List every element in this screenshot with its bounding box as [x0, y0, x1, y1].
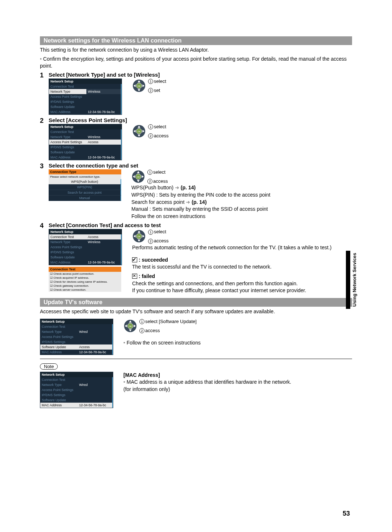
menu-connection-test: Connection Test: [49, 234, 86, 239]
step-title: Select [Connection Test] and access to t…: [49, 222, 352, 228]
menu-sw-val: Access: [78, 344, 112, 350]
menu-network-type: Network Type: [49, 134, 86, 140]
menu-mac: MAC Address: [49, 155, 86, 160]
step-number: 4: [40, 222, 49, 230]
step-number: 1: [40, 72, 49, 79]
panel-title: Network Setup: [49, 229, 122, 234]
circle-1-icon: 1: [148, 124, 153, 129]
option-search: Search for access point: [49, 190, 121, 196]
menu-mac-val: 12-34-56-78-9a-bc: [86, 155, 121, 160]
menu-ap-settings: Access Point Settings: [49, 140, 86, 145]
label-access: access: [153, 178, 168, 185]
label-access: access: [154, 238, 168, 244]
menu-sw-update: Software Update: [49, 104, 86, 109]
svg-text:OK: OK: [137, 176, 140, 178]
ok-dpad-icon: OK: [132, 124, 146, 138]
panel-title: Network Setup: [49, 124, 122, 129]
ok-dpad-icon: OK: [132, 78, 146, 93]
manual-page: Network settings for the Wireless LAN co…: [0, 0, 392, 532]
label-select-sw: select [Software Update]: [145, 319, 197, 325]
menu-connection-test: Connection Test: [49, 84, 86, 89]
check-same-ip: Check for devices using same IP address.: [49, 280, 121, 284]
svg-text:OK: OK: [129, 325, 132, 327]
step-4-description: Performs automatic testing of the networ…: [132, 244, 331, 251]
menu-ap-settings: Access Point Settings: [49, 245, 86, 250]
circle-2-icon: 2: [139, 328, 144, 333]
step-3-description: WPS(Push button)(p. 14) WPS(PIN) : Sets …: [131, 184, 270, 220]
menu-conn-test-val: Access: [86, 234, 121, 239]
update-intro: Accesses the specific web site to update…: [40, 308, 352, 315]
panel-title: Connection Type: [49, 169, 121, 174]
step-title: Select [Access Point Settings]: [49, 117, 352, 123]
circle-1-icon: 1: [148, 79, 153, 84]
step-number: 3: [40, 162, 49, 170]
checkbox-fail-icon: [132, 274, 137, 279]
menu-mac: MAC Address: [40, 403, 78, 408]
network-setup-panel: Network Setup Connection Test Network Ty…: [40, 319, 113, 355]
update-follow: Follow the on screen instructions: [123, 339, 201, 347]
connection-type-panel: Connection Type Please select network co…: [49, 169, 121, 220]
ok-button-diagram: OK 1select 2access: [132, 229, 331, 244]
menu-ap-settings: Access Point Settings: [40, 387, 78, 392]
menu-sw-update: Software Update: [40, 398, 78, 403]
ok-button-diagram: OK 1select [Software Update] 2access: [123, 319, 201, 334]
panel-title: Connection Test: [49, 267, 121, 272]
menu-sw-update: Software Update: [40, 344, 78, 350]
network-setup-panel: Network Setup Connection TestAccess Netw…: [49, 229, 122, 265]
menu-mac: MAC Address: [49, 109, 86, 114]
check-gateway: Check gateway connection.: [49, 284, 121, 288]
ok-dpad-icon: OK: [131, 169, 145, 184]
check-ap-connection: Check access point connection.: [49, 272, 121, 276]
intro-line-1: This setting is for the network connecti…: [40, 47, 352, 53]
menu-mac-val: 12-34-56-78-9a-bc: [78, 350, 112, 355]
network-setup-panel: Network Setup Connection Test Network Ty…: [49, 124, 122, 160]
step-3: 3 Select the connection type and set Con…: [40, 162, 352, 220]
step-title: Select the connection type and set: [49, 162, 352, 169]
page-number: 53: [343, 510, 350, 517]
step-4: 4 Select [Connection Test] and access to…: [40, 222, 352, 294]
mac-address-title: [MAC Address]: [123, 372, 160, 378]
circle-2-icon: 2: [148, 239, 153, 244]
menu-sw-update: Software Update: [49, 150, 86, 155]
label-set: set: [154, 88, 160, 94]
menu-mac-val: 12-34-56-78-9a-bc: [78, 403, 112, 408]
failed-desc-1: Check the settings and connections, and …: [132, 281, 298, 286]
panel-title: Network Setup: [40, 372, 113, 377]
ok-dpad-icon: OK: [123, 319, 137, 333]
mac-address-desc: MAC address is a unique address that ide…: [123, 379, 291, 385]
label-select: select: [153, 169, 166, 176]
label-access: access: [154, 133, 168, 139]
succeeded-desc: The test is successful and the TV is con…: [132, 264, 271, 270]
menu-ipdns: IP/DNS Settings: [49, 250, 86, 255]
panel-desc: Please select network connection type.: [49, 174, 121, 179]
menu-network-type-val: Wireless: [86, 134, 121, 140]
section-header-wireless: Network settings for the Wireless LAN co…: [40, 36, 352, 45]
side-tab-using-network: Using Network Services: [346, 251, 357, 309]
menu-mac-val: 12-34-56-78-9a-bc: [86, 109, 121, 114]
menu-ipdns: IP/DNS Settings: [40, 392, 78, 398]
option-manual: Manual: [49, 196, 121, 201]
ok-dpad-icon: OK: [132, 229, 146, 243]
svg-text:OK: OK: [138, 130, 140, 133]
menu-ipdns: IP/DNS Settings: [49, 145, 86, 150]
menu-network-type: Network Type: [40, 329, 78, 334]
menu-network-type-val: Wireless: [86, 89, 121, 94]
option-wps-pin: WPS(PIN): [49, 185, 121, 190]
menu-ap-settings: Access Point Settings: [49, 94, 86, 99]
svg-text:OK: OK: [138, 85, 140, 87]
label-select: select: [154, 124, 166, 130]
menu-network-type-val: Wired: [78, 382, 112, 387]
mac-address-info: (for information only): [123, 386, 170, 392]
checkbox-success-icon: [132, 257, 137, 262]
menu-ap-val: Access: [86, 140, 121, 145]
menu-connection-test: Connection Test: [49, 129, 86, 134]
panel-title: Network Setup: [40, 319, 113, 324]
label-failed: : failed: [139, 273, 155, 279]
failed-desc-2: If you continue to have difficulty, plea…: [132, 287, 306, 293]
circle-2-icon: 2: [148, 88, 153, 93]
label-select: select: [154, 78, 166, 85]
network-setup-panel: Network Setup Connection Test Network Ty…: [49, 78, 122, 115]
label-succeeded: : succeeded: [139, 257, 168, 263]
circle-1-icon: 1: [139, 319, 144, 324]
step-number: 2: [40, 117, 49, 125]
